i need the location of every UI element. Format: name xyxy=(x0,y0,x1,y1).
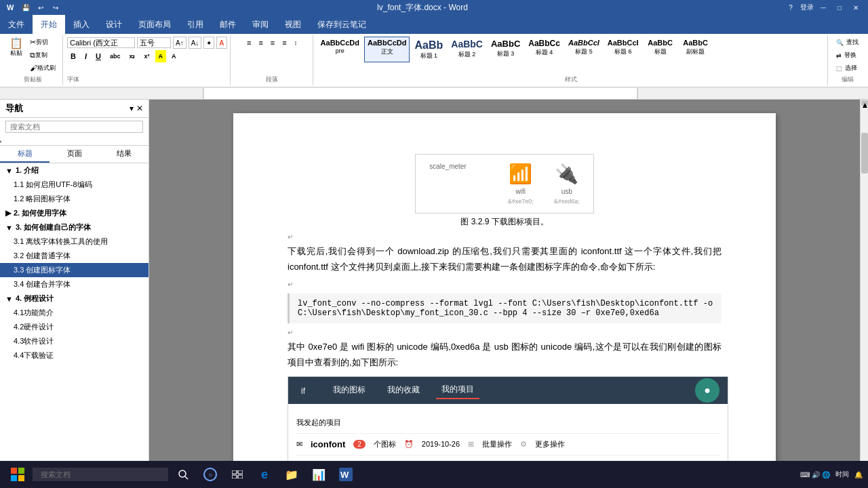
sidebar-tab-biaoti[interactable]: 标题 xyxy=(0,146,50,163)
nav-item-4-2[interactable]: 4.2硬件设计 xyxy=(0,320,149,334)
cut-button[interactable]: ✂ 剪切 xyxy=(27,37,58,48)
char-spacing-button[interactable]: A xyxy=(168,50,180,62)
sidebar-tab-results[interactable]: 结果 xyxy=(99,146,149,163)
tab-file[interactable]: 文件 xyxy=(0,15,33,34)
italic-button[interactable]: I xyxy=(81,50,90,62)
svg-rect-17 xyxy=(238,475,243,479)
align-center-button[interactable]: ≡ xyxy=(255,37,266,49)
nav-item-3-2[interactable]: 3.2 创建普通字体 xyxy=(0,249,149,263)
scroll-thumb[interactable] xyxy=(861,133,868,174)
nav-item-1-2[interactable]: 1.2 略回图标字体 xyxy=(0,192,149,206)
powerpoint-icon: 📊 xyxy=(312,468,326,481)
sidebar-tab-page[interactable]: 页面 xyxy=(50,146,99,163)
replace-button[interactable]: ⇄ 替换 xyxy=(833,49,861,61)
redo-button[interactable]: ↪ xyxy=(50,2,61,13)
batch-op-label: 批量操作 xyxy=(482,439,512,449)
paragraph-2[interactable]: 其中 0xe7e0 是 wifi 图标的 unicode 编码,0xed6a 是… xyxy=(288,339,722,371)
paragraph-1[interactable]: 下载完后,我们会得到一个 download.zip 的压缩包,我们只需要其里面的… xyxy=(288,243,722,275)
subscript-button[interactable]: x₂ xyxy=(125,50,138,62)
nav-item-2[interactable]: ▶2. 如何使用字体 xyxy=(0,206,149,220)
highlight-button[interactable]: A xyxy=(155,50,167,62)
scroll-up-arrow[interactable]: ▲ xyxy=(861,100,868,106)
font-size-select[interactable] xyxy=(137,37,171,48)
style-zhengwen[interactable]: AaBbCcDd 正文 xyxy=(364,37,410,62)
font-name-select[interactable] xyxy=(67,37,135,48)
increase-font-button[interactable]: A↑ xyxy=(173,37,186,49)
clear-format-button[interactable]: ✦ xyxy=(203,37,214,49)
nav-item-3-3[interactable]: 3.3 创建图标字体 xyxy=(0,263,149,277)
tab-save-cloud[interactable]: 保存到云笔记 xyxy=(309,15,374,34)
tab-home[interactable]: 开始 xyxy=(33,15,65,34)
style-biaoti3[interactable]: AaBbC 标题 3 xyxy=(488,37,524,62)
sidebar-close-icon[interactable]: ✕ xyxy=(136,104,143,113)
underline-button[interactable]: U xyxy=(92,50,104,62)
nav-item-4-4[interactable]: 4.4下载验证 xyxy=(0,348,149,363)
style-biaoti5[interactable]: AaBbCcI 标题 5 xyxy=(565,37,603,62)
bold-button[interactable]: B xyxy=(67,50,79,62)
maximize-button[interactable]: □ xyxy=(833,2,846,13)
taskbar-search-input[interactable] xyxy=(33,468,168,481)
tab-design[interactable]: 设计 xyxy=(98,15,130,34)
style-biaoti4[interactable]: AaBbCc 标题 4 xyxy=(525,37,564,62)
nav-item-3[interactable]: ▼3. 如何创建自己的字体 xyxy=(0,220,149,235)
code-block[interactable]: lv_font_conv --no-compress --format lvgl… xyxy=(288,293,722,323)
word-taskbar-button[interactable]: W xyxy=(334,462,358,487)
style-fubiaoti[interactable]: AaBbC 副标题 xyxy=(679,37,713,62)
decrease-font-button[interactable]: A↓ xyxy=(189,37,202,49)
undo-button[interactable]: ↩ xyxy=(35,2,46,13)
iconfont-tab-favorites[interactable]: 我的收藏 xyxy=(382,382,425,399)
tab-insert[interactable]: 插入 xyxy=(65,15,98,34)
tab-layout[interactable]: 页面布局 xyxy=(130,15,179,34)
find-button[interactable]: 🔍 查找 xyxy=(833,37,861,48)
help-button[interactable]: ? xyxy=(784,2,797,13)
superscript-button[interactable]: x² xyxy=(141,50,153,62)
align-right-button[interactable]: ≡ xyxy=(267,37,278,49)
justify-button[interactable]: ≡ xyxy=(279,37,290,49)
nav-item-3-1[interactable]: 3.1 离线字体转换工具的使用 xyxy=(0,235,149,249)
tab-mailings[interactable]: 邮件 xyxy=(212,15,244,34)
align-left-button[interactable]: ≡ xyxy=(243,37,254,49)
select-button[interactable]: ⬚ 选择 xyxy=(833,62,861,74)
tab-references[interactable]: 引用 xyxy=(179,15,212,34)
ie-button[interactable]: e xyxy=(252,462,277,487)
style-biaoti6[interactable]: AaBbCcI 标题 6 xyxy=(604,37,642,62)
close-button[interactable]: ✕ xyxy=(849,2,863,13)
cortana-button[interactable]: ○ xyxy=(198,462,222,487)
strikethrough-button[interactable]: abc xyxy=(106,50,124,62)
search-submit-icon[interactable]: 🔍 xyxy=(0,134,2,143)
line-spacing-button[interactable]: ↕ xyxy=(291,37,301,49)
tab-view[interactable]: 视图 xyxy=(277,15,309,34)
iconfont-tab-projects[interactable]: 我的项目 xyxy=(436,381,479,399)
nav-item-4[interactable]: ▼4. 例程设计 xyxy=(0,291,149,306)
powerpoint-button[interactable]: 📊 xyxy=(307,462,331,487)
nav-item-4-1[interactable]: 4.1功能简介 xyxy=(0,306,149,320)
user-button[interactable]: 登录 xyxy=(800,2,814,13)
editing-label: 编辑 xyxy=(842,74,854,84)
start-button[interactable] xyxy=(5,462,30,487)
scrollbar[interactable]: ▲ ▼ xyxy=(860,100,868,474)
style-biaoti1[interactable]: AaBb 标题 1 xyxy=(411,37,446,62)
font-color-button[interactable]: A xyxy=(216,37,226,49)
style-pre[interactable]: AaBbCcDd pre xyxy=(317,37,363,62)
search-input[interactable] xyxy=(5,121,143,133)
tab-review[interactable]: 审阅 xyxy=(244,15,277,34)
save-button[interactable]: 💾 xyxy=(20,2,31,13)
svg-text:W: W xyxy=(7,3,14,12)
format-painter-button[interactable]: 🖌 格式刷 xyxy=(27,62,58,74)
notification-icon[interactable]: 🔔 xyxy=(854,471,863,479)
style-biaoti[interactable]: AaBbC 标题 xyxy=(644,37,677,62)
document-area[interactable]: scale_meter 📶 wifi &#xe7e0; 🔌 usb &#xed6… xyxy=(149,100,860,474)
nav-item-1-1[interactable]: 1.1 如何启用UTF-8编码 xyxy=(0,178,149,192)
iconfont-tab-myicons[interactable]: 我的图标 xyxy=(328,382,371,399)
style-biaoti2[interactable]: AaBbC 标题 2 xyxy=(448,37,486,62)
paste-button[interactable]: 📋 粘贴 xyxy=(7,37,26,59)
copy-button[interactable]: ⧉ 复制 xyxy=(27,49,58,61)
minimize-button[interactable]: ─ xyxy=(816,2,830,13)
nav-item-1[interactable]: ▼1. 介绍 xyxy=(0,163,149,178)
task-view-button[interactable] xyxy=(225,462,250,487)
explorer-button[interactable]: 📁 xyxy=(279,462,304,487)
sidebar-settings-icon[interactable]: ▾ xyxy=(130,104,134,113)
taskbar-search-button[interactable] xyxy=(171,462,195,487)
nav-item-3-4[interactable]: 3.4 创建合并字体 xyxy=(0,277,149,291)
nav-item-4-3[interactable]: 4.3软件设计 xyxy=(0,334,149,348)
